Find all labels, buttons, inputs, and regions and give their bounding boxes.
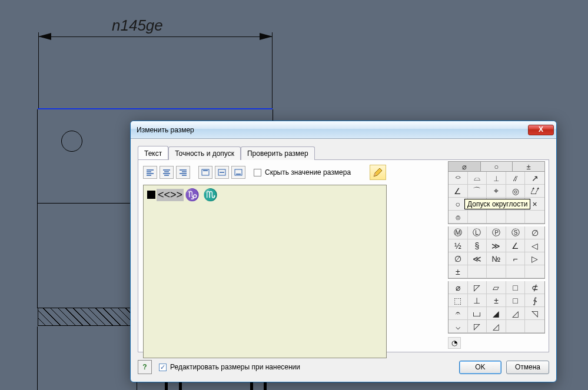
symbol-cell[interactable]: ∅: [449, 252, 468, 265]
tab-panel-text: Скрыть значение размера <<>> ♑ ♏ ⌀ ○ ±: [138, 160, 549, 352]
symbol-cell[interactable]: ⟂: [487, 172, 506, 185]
symbol-cell[interactable]: ◹: [525, 307, 544, 320]
symbol-cell[interactable]: ⊥: [468, 294, 487, 307]
ok-button[interactable]: OK: [459, 361, 501, 374]
symbol-cell[interactable]: ◁: [525, 239, 544, 252]
symbol-cell[interactable]: [525, 320, 544, 333]
symbol-cell[interactable]: ∠: [449, 185, 468, 198]
symbol-cell[interactable]: ▱: [487, 281, 506, 294]
part-outline-bot: [37, 326, 137, 390]
symbol-cell[interactable]: [525, 211, 544, 224]
symbol-grid-geometric: ⌔⌓⟂⫽↗∠⌒⌖◎⌰○⌭=—×⌾: [448, 172, 545, 224]
hole-circle: [61, 131, 82, 152]
symbol-cell[interactable]: [487, 211, 506, 224]
appended-symbols[interactable]: ♑ ♏: [185, 188, 218, 202]
symbol-cell[interactable]: ⫽: [506, 172, 526, 185]
symbol-cell[interactable]: ⌖: [487, 185, 506, 198]
symbol-cell[interactable]: ◢: [487, 307, 506, 320]
symbol-cell[interactable]: 𝄐: [449, 307, 468, 320]
symbol-cell[interactable]: ⌴: [468, 307, 487, 320]
hide-value-label: Скрыть значение размера: [265, 168, 351, 176]
symbol-cell[interactable]: §: [468, 239, 487, 252]
symbol-cell[interactable]: ◸: [468, 281, 487, 294]
symbol-cell[interactable]: Ⓛ: [468, 226, 487, 239]
symbol-cell[interactable]: [468, 265, 487, 278]
symbol-cell[interactable]: ⌓: [468, 172, 487, 185]
dimension-text-editor[interactable]: <<>> ♑ ♏: [143, 185, 387, 358]
symbol-grid-features: ⌀◸▱□⊄⬚⊥±□∱𝄐⌴◢◿◹⌵◸◿: [448, 281, 545, 334]
edit-dimension-dialog: Изменить размер X Текст Точность и допус…: [130, 121, 557, 382]
align-right-button[interactable]: [176, 166, 190, 179]
text-align-toolbar: Скрыть значение размера: [143, 166, 351, 179]
symbol-cell[interactable]: ▷: [525, 252, 544, 265]
dialog-titlebar[interactable]: Изменить размер X: [131, 121, 556, 139]
sym-tab-diameter[interactable]: ⌀: [449, 162, 481, 171]
symbol-cell[interactable]: ◿: [487, 320, 506, 333]
hide-value-checkbox[interactable]: [254, 169, 261, 176]
sym-tab-plusminus[interactable]: ±: [513, 162, 544, 171]
dimension-token[interactable]: <<>>: [157, 189, 184, 201]
align-center-button[interactable]: [160, 166, 174, 179]
valign-middle-button[interactable]: [215, 166, 229, 179]
symbol-cell[interactable]: ↗: [525, 172, 544, 185]
symbol-cell[interactable]: ◸: [468, 320, 487, 333]
symbol-cell[interactable]: ∠: [506, 239, 526, 252]
tab-text[interactable]: Текст: [138, 146, 168, 159]
dimension-text: n145ge: [112, 16, 163, 35]
symbol-grid-modifiers: ⓂⓁⓅⓈ∅½§≫∠◁∅≪№⌐▷±: [448, 226, 545, 279]
edit-pencil-button[interactable]: [370, 165, 386, 180]
symbol-cell[interactable]: №: [487, 252, 506, 265]
align-left-button[interactable]: [143, 166, 157, 179]
format-marker-icon: [147, 191, 155, 199]
valign-top-button[interactable]: [198, 166, 212, 179]
symbol-cell[interactable]: ⌔: [449, 172, 468, 185]
symbol-cell[interactable]: ½: [449, 239, 468, 252]
symbol-cell[interactable]: Ⓟ: [487, 226, 506, 239]
dim-prefix: n: [112, 16, 120, 34]
symbol-cell[interactable]: ∅: [525, 226, 544, 239]
help-button[interactable]: ?: [138, 360, 152, 374]
symbol-cell[interactable]: ⊄: [525, 281, 544, 294]
symbol-cell[interactable]: ⌒: [468, 185, 487, 198]
symbol-cell[interactable]: ±: [449, 265, 468, 278]
symbol-cell[interactable]: □: [506, 281, 526, 294]
symbol-cell[interactable]: [468, 211, 487, 224]
symbol-cell[interactable]: ±: [487, 294, 506, 307]
symbol-cell[interactable]: ⬚: [449, 294, 468, 307]
symbol-cell[interactable]: ⌵: [449, 320, 468, 333]
symbol-cell[interactable]: ⌾: [449, 211, 468, 224]
symbol-cell[interactable]: [525, 265, 544, 278]
symbol-cell[interactable]: □: [506, 294, 526, 307]
symbol-cell[interactable]: [506, 320, 526, 333]
symbol-cell[interactable]: [506, 211, 526, 224]
valign-bottom-button[interactable]: [231, 166, 245, 179]
dim-value: 145: [120, 16, 145, 34]
symbol-cell[interactable]: ◎: [506, 185, 526, 198]
symbol-cell[interactable]: [506, 265, 526, 278]
tab-inspect[interactable]: Проверить размер: [241, 146, 315, 160]
extension-line-right: [272, 32, 273, 109]
symbol-cell[interactable]: Ⓢ: [506, 226, 526, 239]
edit-on-place-checkbox[interactable]: ✓: [159, 364, 167, 371]
symbol-cell[interactable]: ⌰: [525, 185, 544, 198]
symbol-cell[interactable]: ⌀: [449, 281, 468, 294]
sym-tab-circle[interactable]: ○: [481, 162, 513, 171]
symbol-cell[interactable]: [487, 265, 506, 278]
tab-strip: Текст Точность и допуск Проверить размер: [138, 146, 549, 160]
part-outline-mid: [37, 204, 137, 308]
symbol-cell[interactable]: ◿: [506, 307, 526, 320]
symbol-tooltip: Допуск округлости: [464, 199, 530, 209]
symbol-cell[interactable]: ≫: [487, 239, 506, 252]
close-button[interactable]: X: [528, 125, 554, 135]
symbol-protractor[interactable]: ◔: [448, 337, 461, 349]
symbol-cell[interactable]: Ⓜ: [449, 226, 468, 239]
symbol-cell[interactable]: ≪: [468, 252, 487, 265]
dialog-title: Изменить размер: [137, 126, 528, 134]
symbol-cell[interactable]: ⌐: [506, 252, 526, 265]
cancel-button[interactable]: Отмена: [506, 361, 549, 374]
dialog-footer: ? ✓ Редактировать размеры при нанесении …: [138, 358, 549, 376]
symbol-cell[interactable]: ∱: [525, 294, 544, 307]
tab-precision-tolerance[interactable]: Точность и допуск: [168, 146, 241, 160]
dim-suffix: ge: [146, 16, 163, 34]
dialog-body: Текст Точность и допуск Проверить размер…: [138, 146, 549, 352]
